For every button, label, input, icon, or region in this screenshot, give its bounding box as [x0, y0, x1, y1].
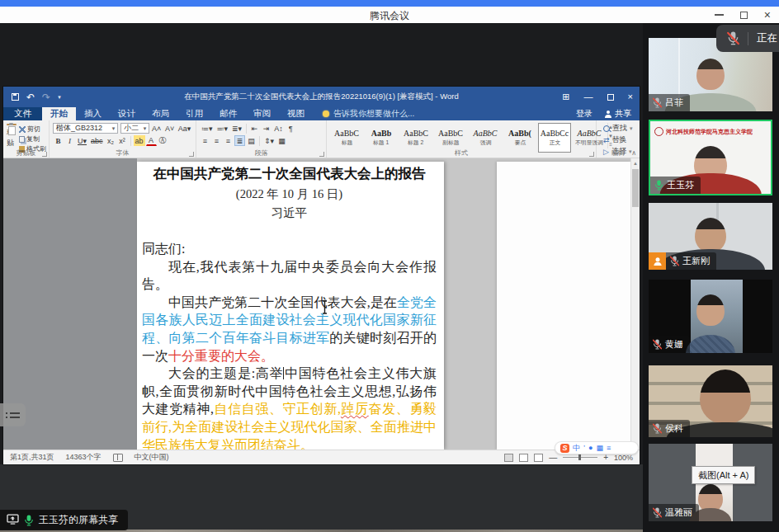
- show-marks-icon[interactable]: ¶: [286, 123, 296, 134]
- redo-icon[interactable]: ↷: [42, 92, 50, 102]
- zoom-slider[interactable]: [563, 457, 597, 458]
- copy-button[interactable]: 复制: [19, 134, 46, 144]
- tell-me-box[interactable]: 告诉我你想要做什么...: [323, 107, 414, 120]
- punctuation-icon[interactable]: ’: [583, 445, 585, 452]
- word-minimize-icon[interactable]: —: [584, 92, 593, 101]
- read-mode-icon[interactable]: [504, 454, 513, 462]
- dialog-launcher-icon[interactable]: [42, 152, 47, 157]
- page-indicator[interactable]: 第1页,共31页: [10, 452, 54, 463]
- word-titlebar: ↶ ↷ ▾ 在中国共产党第二十次全国代表大会上的报告20221016(9)(1)…: [3, 87, 640, 107]
- tab-开始[interactable]: 开始: [42, 107, 76, 120]
- ribbon-options-icon[interactable]: ⊞: [562, 92, 569, 101]
- document-page[interactable]: 在中国共产党第二十次全国代表大会上的报告(2022 年 10 月 16 日)习近…: [137, 162, 444, 450]
- scroll-up-icon[interactable]: ▲: [631, 158, 640, 168]
- doc-paragraph: 大会的主题是:高举中国特色社会主义伟大旗帜,全面贯彻新时代中国特色社会主义思想,…: [142, 365, 437, 450]
- word-restore-icon[interactable]: [607, 94, 614, 101]
- search-icon: [603, 125, 610, 132]
- increase-indent-icon[interactable]: ⇥: [261, 123, 271, 134]
- underline-button[interactable]: U▾: [76, 135, 88, 146]
- superscript-button[interactable]: x²: [117, 135, 128, 146]
- tab-审阅[interactable]: 审阅: [245, 107, 279, 120]
- change-case-icon[interactable]: Aa▾: [177, 123, 192, 134]
- paste-button[interactable]: 粘贴: [7, 123, 17, 148]
- decrease-indent-icon[interactable]: ⇤: [249, 123, 260, 134]
- share-button[interactable]: 共享: [604, 108, 631, 120]
- voice-input-icon[interactable]: ●: [588, 445, 593, 452]
- bold-button[interactable]: B: [53, 135, 64, 146]
- zoom-out-icon[interactable]: —: [549, 454, 557, 462]
- subscript-button[interactable]: x₂: [106, 135, 116, 146]
- highlight-color-button[interactable]: ab: [134, 135, 145, 146]
- cut-button[interactable]: 剪切: [19, 125, 46, 134]
- mode-chinese-icon[interactable]: 中: [573, 445, 580, 452]
- justify-icon[interactable]: ≣: [234, 135, 245, 146]
- line-spacing-icon[interactable]: ⇕▾: [262, 135, 276, 146]
- word-count[interactable]: 14363个字: [66, 452, 102, 463]
- sort-icon[interactable]: A↕: [272, 123, 285, 134]
- panel-toggle-button[interactable]: [0, 403, 26, 426]
- shrink-font-icon[interactable]: A˅: [163, 123, 176, 134]
- zoom-level[interactable]: 100%: [614, 454, 633, 462]
- font-color-button[interactable]: A: [146, 135, 157, 146]
- tab-引用[interactable]: 引用: [177, 107, 211, 120]
- sogou-logo-icon[interactable]: S: [560, 444, 569, 453]
- tab-邮件[interactable]: 邮件: [211, 107, 245, 120]
- participant-tile-黄姗[interactable]: 黄姗: [649, 280, 772, 353]
- language-indicator[interactable]: 中文(中国): [135, 452, 169, 463]
- mic-muted-icon: [653, 423, 662, 434]
- soft-keyboard-icon[interactable]: ▦: [596, 445, 603, 452]
- web-layout-icon[interactable]: [534, 454, 543, 462]
- tab-设计[interactable]: 设计: [110, 107, 144, 120]
- bullets-icon[interactable]: ≔▾: [200, 123, 215, 134]
- zoom-in-icon[interactable]: +: [603, 454, 608, 462]
- font-name-combo[interactable]: 楷体_GB2312▾: [53, 123, 118, 134]
- multilevel-list-icon[interactable]: ≣▾: [230, 123, 243, 134]
- word-tab-row: 文件开始插入设计布局引用邮件审阅视图 告诉我你想要做什么... 登录 共享: [3, 107, 640, 120]
- participant-tile-侯科[interactable]: 侯科: [649, 365, 772, 437]
- save-icon[interactable]: [12, 93, 19, 101]
- dialog-launcher-icon[interactable]: [589, 152, 594, 157]
- scrollbar-thumb[interactable]: [632, 169, 639, 207]
- mic-muted-icon: [653, 507, 662, 518]
- host-badge-icon: [649, 252, 666, 270]
- tab-布局[interactable]: 布局: [144, 107, 177, 120]
- undo-icon[interactable]: ↶: [26, 92, 35, 102]
- strikethrough-button[interactable]: abc: [89, 135, 105, 146]
- replace-button[interactable]: ⇄替换: [603, 134, 636, 145]
- word-window: ↶ ↷ ▾ 在中国共产党第二十次全国代表大会上的报告20221016(9)(1)…: [3, 87, 640, 464]
- tab-视图[interactable]: 视图: [279, 107, 313, 120]
- participant-tile-王新刚[interactable]: 王新刚: [649, 203, 772, 270]
- font-size-combo[interactable]: 小二▾: [120, 123, 149, 134]
- tab-文件[interactable]: 文件: [3, 107, 42, 120]
- participant-tile-王玉芬[interactable]: 河北科技师范学院马克思主义学院王玉芬: [649, 120, 772, 195]
- proofing-icon[interactable]: [113, 454, 123, 462]
- minimize-icon[interactable]: [715, 14, 724, 16]
- numbering-icon[interactable]: ≕▾: [215, 123, 230, 134]
- align-left-icon[interactable]: ≡: [200, 135, 210, 146]
- recording-indicator[interactable]: 正在: [716, 25, 779, 52]
- distribute-icon[interactable]: ▤: [246, 135, 257, 146]
- close-icon[interactable]: ×: [764, 9, 771, 21]
- grow-font-icon[interactable]: A˄: [150, 123, 163, 134]
- toolbox-icon[interactable]: ≡: [607, 445, 611, 452]
- document-next-page[interactable]: [497, 162, 630, 450]
- sign-in-button[interactable]: 登录: [576, 108, 593, 120]
- word-ribbon: 粘贴 剪切 复制 格式刷 剪贴板 楷体_GB2312▾ 小二▾ A˄: [3, 120, 640, 158]
- tab-插入[interactable]: 插入: [76, 107, 110, 120]
- word-close-icon[interactable]: ×: [628, 92, 633, 101]
- collapse-ribbon-icon[interactable]: ∧: [631, 149, 636, 157]
- print-layout-icon[interactable]: [519, 454, 528, 462]
- character-shading-icon[interactable]: Ⓐ: [158, 135, 168, 146]
- document-scrollbar[interactable]: ▲: [630, 158, 640, 450]
- find-button[interactable]: 查找▾: [603, 123, 636, 134]
- italic-button[interactable]: I: [64, 135, 75, 146]
- shading-icon[interactable]: ▦: [276, 135, 287, 146]
- shared-screen-stage: ↶ ↷ ▾ 在中国共产党第二十次全国代表大会上的报告20221016(9)(1)…: [0, 23, 643, 532]
- maximize-icon[interactable]: [740, 12, 748, 19]
- dialog-launcher-icon[interactable]: [319, 152, 324, 157]
- ime-toolbar[interactable]: S中’●▦≡: [555, 441, 639, 454]
- qat-dropdown-icon[interactable]: ▾: [58, 94, 61, 101]
- align-center-icon[interactable]: ≡: [211, 135, 222, 146]
- dialog-launcher-icon[interactable]: [189, 152, 194, 157]
- align-right-icon[interactable]: ≡: [223, 135, 234, 146]
